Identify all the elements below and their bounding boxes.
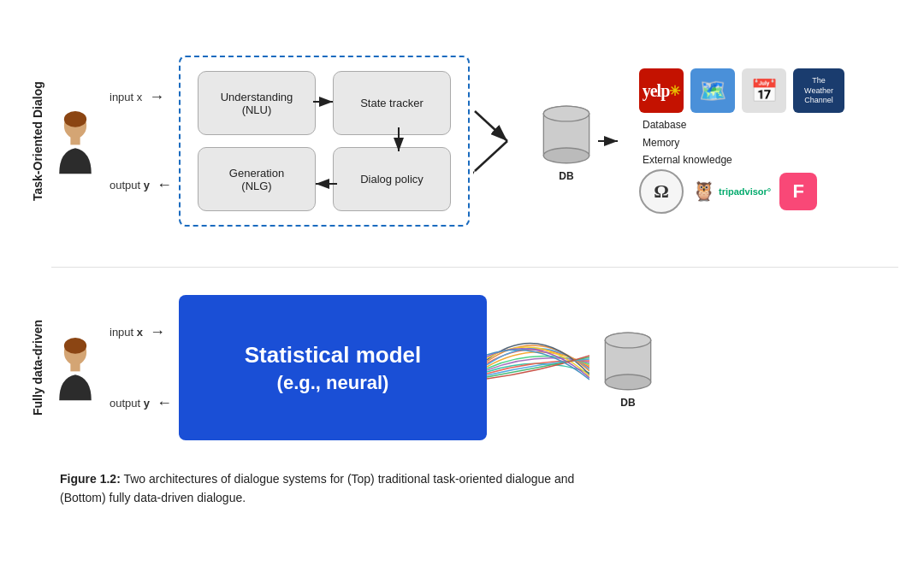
connector-arrows [473, 81, 533, 201]
avatar-top [50, 107, 101, 175]
section-divider [51, 267, 898, 268]
right-icons-area: yelp✳ 🗺️ 📅 TheWeatherChannel [639, 68, 844, 213]
dashed-box: Understanding(NLU) State tracker Generat… [179, 56, 470, 227]
connector-svg [473, 81, 533, 201]
svg-point-11 [543, 148, 589, 163]
db-memory-text: DatabaseMemoryExternal knowledge [643, 116, 732, 168]
main-container: Task-Oriented Dialog input [0, 0, 924, 566]
arrow-right-bottom-input: → [150, 323, 165, 341]
yelp-icon: yelp✳ [639, 68, 684, 113]
arrow-left-output: ← [157, 176, 172, 194]
svg-rect-2 [70, 137, 80, 144]
bottom-section-label: Fully data-driven [26, 278, 50, 457]
bottom-section: Fully data-driven input x → output y [26, 278, 898, 457]
icons-row-bottom: Ω 🦉 tripadvisor° F [639, 169, 817, 214]
state-tracker-box: State tracker [333, 71, 451, 135]
db-cylinder-bottom: DB [598, 327, 658, 409]
input-label-top: input x → [110, 88, 172, 106]
input-label-bottom: input x → [110, 323, 172, 341]
weather-channel-icon: TheWeatherChannel [793, 68, 844, 113]
nlg-box: Generation(NLG) [198, 147, 316, 211]
avatar-bottom [50, 333, 101, 402]
tripadvisor-icon: 🦉 tripadvisor° [692, 180, 771, 203]
top-section-label: Task-Oriented Dialog [26, 17, 50, 265]
top-diagram: input x → output y output y ← Understand… [50, 17, 898, 265]
maps-icon: 🗺️ [690, 68, 735, 113]
statistical-model-box: Statistical model (e.g., neural) [179, 295, 487, 440]
output-label-bottom: output y ← [110, 394, 172, 412]
db-to-icons-arrow [596, 128, 622, 154]
wire-connector-svg [487, 316, 589, 419]
svg-point-12 [543, 106, 589, 121]
bottom-diagram: input x → output y ← Statistical model (… [50, 278, 898, 457]
caption: Figure 1.2: Two architectures of dialogu… [26, 461, 898, 508]
arrow-left-bottom-output: ← [157, 394, 172, 412]
svg-point-21 [605, 333, 650, 348]
svg-rect-17 [70, 363, 80, 371]
calendar-icon: 📅 [742, 68, 786, 113]
foursquare-icon: F [779, 173, 817, 210]
output-label-top: output y output y ← [110, 176, 172, 194]
arrow-right-input: → [149, 88, 164, 106]
icons-row-top: yelp✳ 🗺️ 📅 TheWeatherChannel [639, 68, 844, 113]
db-label-top: DB [559, 170, 573, 182]
db-cylinder-top: DB [536, 100, 596, 182]
io-labels-bottom: input x → output y ← [110, 316, 172, 419]
io-labels-top: input x → output y output y ← [110, 81, 172, 201]
svg-point-16 [64, 338, 86, 354]
svg-point-20 [605, 374, 650, 390]
top-section: Task-Oriented Dialog input [26, 17, 898, 265]
svg-point-1 [64, 111, 86, 127]
db-label-bottom: DB [620, 397, 635, 409]
wikipedia-icon: Ω [639, 169, 684, 214]
nlu-box: Understanding(NLU) [198, 71, 316, 135]
dialog-policy-box: Dialog policy [333, 147, 451, 211]
